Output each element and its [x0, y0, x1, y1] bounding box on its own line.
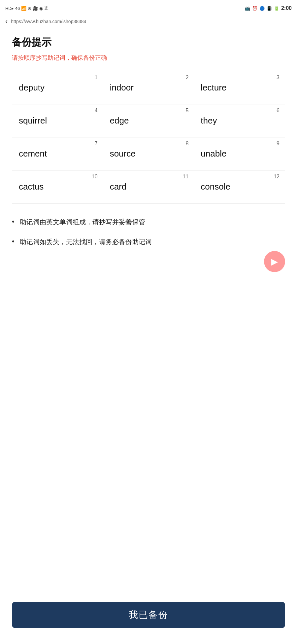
cell-number-2: 2 — [109, 75, 189, 81]
vibrate-icon: 📳 — [267, 6, 272, 11]
cell-word-11: card — [109, 182, 189, 192]
cell-number-5: 5 — [109, 108, 189, 114]
mnemonic-cell-8: 8 source — [103, 137, 194, 170]
battery-icon: 🔋 — [274, 6, 279, 11]
url-text: https://www.huzhan.com/ishop38384 — [11, 19, 86, 24]
note-item-1: • 助记词由英文单词组成，请抄写并妥善保管 — [12, 217, 285, 227]
time-display: 2:00 — [281, 5, 292, 11]
status-bar-left: HD▸ 46 📶 ⊙ 🎥 ◉ 支 — [5, 5, 49, 11]
cell-number-9: 9 — [199, 141, 280, 147]
notes-section: • 助记词由英文单词组成，请抄写并妥善保管 • 助记词如丢失，无法找回，请务必备… — [12, 217, 285, 247]
cell-word-10: cactus — [17, 182, 98, 192]
status-bar-right: 📺 ⏰ 🔵 📳 🔋 2:00 — [245, 5, 292, 11]
cell-word-12: console — [199, 182, 280, 192]
mnemonic-cell-4: 4 squirrel — [12, 104, 103, 137]
table-row: 1 deputy 2 indoor 3 lecture — [12, 71, 285, 104]
cell-number-8: 8 — [109, 141, 189, 147]
cell-number-6: 6 — [199, 108, 280, 114]
bluetooth-icon: 🔵 — [259, 6, 265, 11]
back-button[interactable]: ‹ — [5, 18, 8, 25]
table-row: 10 cactus 11 card 12 console — [12, 170, 285, 203]
table-row: 7 cement 8 source 9 unable — [12, 137, 285, 170]
bullet-icon-2: • — [12, 237, 15, 246]
note-text-2: 助记词如丢失，无法找回，请务必备份助记词 — [20, 236, 152, 247]
signal-4g-icon: 46 — [15, 6, 20, 11]
note-text-1: 助记词由英文单词组成，请抄写并妥善保管 — [20, 217, 145, 227]
main-content: 备份提示 请按顺序抄写助记词，确保备份正确 1 deputy 2 indoor … — [0, 28, 297, 268]
alarm-icon: ⏰ — [252, 6, 257, 11]
mnemonic-cell-12: 12 console — [194, 170, 285, 203]
cell-number-7: 7 — [17, 141, 98, 147]
signal-bars-icon: 📶 — [21, 6, 26, 11]
cast-icon: 📺 — [245, 6, 250, 11]
cell-word-6: they — [199, 116, 280, 126]
cell-word-4: squirrel — [17, 116, 98, 126]
mnemonic-cell-6: 6 they — [194, 104, 285, 137]
cell-number-10: 10 — [17, 174, 98, 180]
cell-word-9: unable — [199, 149, 280, 159]
hd-icon: HD▸ — [5, 6, 14, 11]
url-bar: ‹ https://www.huzhan.com/ishop38384 — [0, 17, 297, 28]
cell-word-1: deputy — [17, 83, 98, 93]
wifi-icon: ⊙ — [28, 6, 31, 11]
mnemonic-cell-11: 11 card — [103, 170, 194, 203]
float-video-button[interactable]: ▶ — [264, 251, 285, 272]
video-call-icon: 🎥 — [33, 6, 38, 11]
status-bar: HD▸ 46 📶 ⊙ 🎥 ◉ 支 📺 ⏰ 🔵 📳 🔋 2:00 — [0, 0, 297, 17]
cell-word-7: cement — [17, 149, 98, 159]
mnemonic-cell-3: 3 lecture — [194, 71, 285, 104]
cell-word-5: edge — [109, 116, 189, 126]
table-row: 4 squirrel 5 edge 6 they — [12, 104, 285, 137]
cell-word-3: lecture — [199, 83, 280, 93]
mnemonic-cell-1: 1 deputy — [12, 71, 103, 104]
cell-number-11: 11 — [109, 174, 189, 180]
cell-word-8: source — [109, 149, 189, 159]
cell-word-2: indoor — [109, 83, 189, 93]
mnemonic-cell-9: 9 unable — [194, 137, 285, 170]
cell-number-4: 4 — [17, 108, 98, 114]
bottom-button-wrapper: 我已备份 — [12, 602, 285, 628]
note-item-2: • 助记词如丢失，无法找回，请务必备份助记词 — [12, 236, 285, 247]
mnemonic-cell-5: 5 edge — [103, 104, 194, 137]
mnemonic-table: 1 deputy 2 indoor 3 lecture 4 squirrel — [12, 71, 285, 203]
backup-confirm-button[interactable]: 我已备份 — [12, 602, 285, 628]
cell-number-1: 1 — [17, 75, 98, 81]
mnemonic-cell-10: 10 cactus — [12, 170, 103, 203]
cell-number-3: 3 — [199, 75, 280, 81]
cell-number-12: 12 — [199, 174, 280, 180]
nfc-icon: ◉ — [39, 6, 43, 11]
mnemonic-cell-7: 7 cement — [12, 137, 103, 170]
video-record-icon: ▶ — [271, 257, 278, 267]
mnemonic-cell-2: 2 indoor — [103, 71, 194, 104]
pay-icon: 支 — [44, 5, 49, 11]
page-title: 备份提示 — [12, 36, 285, 49]
page-subtitle: 请按顺序抄写助记词，确保备份正确 — [12, 54, 285, 62]
bullet-icon-1: • — [12, 217, 15, 226]
